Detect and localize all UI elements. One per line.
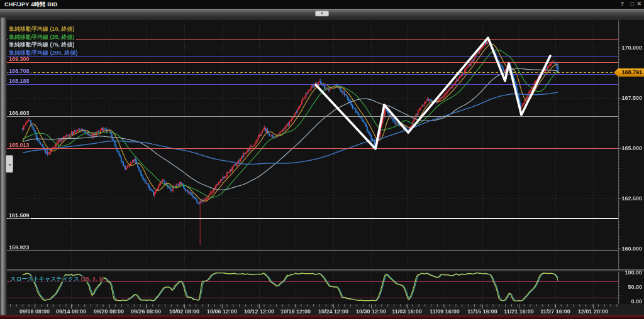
legend-item-ma75: 単純移動平均線 (75, 終値) [8, 41, 76, 48]
date-label: 11/09 16:00 [430, 308, 460, 315]
date-label: 11/15 16:00 [467, 308, 497, 315]
legend-item-ma200: 単純移動平均線 (200, 終値) [8, 50, 79, 56]
price-level-label: 168.188 [8, 78, 31, 84]
date-label: 09/08 08:00 [19, 308, 50, 315]
maximize-button[interactable]: □ [631, 1, 634, 7]
date-label: 10/30 12:00 [356, 308, 386, 315]
price-axis-label: 165.000 [608, 145, 642, 151]
date-label: 10/06 12:00 [207, 308, 237, 315]
date-label: 11/21 16:00 [504, 308, 534, 315]
date-label: 11/27 16:00 [540, 308, 570, 315]
date-label: 09/26 08:00 [131, 308, 161, 315]
titlebar[interactable]: CHF/JPY 4時間 BID ? □ ✕ [0, 0, 644, 9]
price-level-label: 165.013 [8, 143, 31, 148]
stoch-axis-label: 100.00 [608, 269, 642, 276]
date-label: 10/12 12:00 [244, 308, 274, 315]
price-axis-label: 167.500 [608, 95, 642, 101]
stoch-params: (25, 3, 3) [81, 276, 104, 282]
price-level-label: 166.603 [8, 111, 31, 116]
price-axis-label: 170.000 [608, 45, 642, 51]
date-label: 11/03 16:00 [392, 308, 422, 315]
price-level-label: 168.708 [8, 68, 31, 74]
legend-item-ma25: 単純移動平均線 (25, 終値) [8, 34, 76, 40]
stoch-axis-label: 50.00 [608, 284, 642, 290]
date-label: 12/01 20:00 [578, 308, 608, 315]
price-level-label: 161.509 [8, 213, 31, 219]
toolbar: ▾ [0, 9, 644, 18]
stoch-name: スローストキャスティクス [10, 276, 79, 282]
stoch-axis-label: 0.00 [608, 298, 642, 305]
current-price-badge: 168.791 [614, 68, 644, 77]
legend-item-ma10: 単純移動平均線 (10, 終値) [8, 26, 76, 32]
price-level-label: 159.923 [8, 245, 31, 251]
date-label: 10/18 12:00 [280, 308, 311, 315]
panel-expand-button[interactable]: ◂ [6, 155, 13, 173]
chart-window: CHF/JPY 4時間 BID ? □ ✕ ▾ ◂ 単純移動平均線 (10, 終… [0, 0, 644, 319]
price-axis-label: 160.000 [608, 246, 642, 252]
date-label: 10/02 08:00 [169, 308, 199, 315]
current-price-value: 168.791 [621, 69, 642, 75]
chart-canvas[interactable] [0, 0, 644, 319]
close-button[interactable]: ✕ [636, 1, 641, 7]
window-title: CHF/JPY 4時間 BID [4, 1, 57, 9]
stoch-indicator-label: スローストキャスティクス (25, 3, 3) [10, 276, 104, 282]
date-label: 09/20 08:00 [94, 308, 124, 315]
price-level-label: 169.300 [8, 57, 31, 62]
help-button[interactable]: ? [621, 1, 625, 7]
toolbar-collapse-button[interactable]: ▾ [315, 11, 329, 16]
bottom-resize-bar[interactable] [0, 315, 644, 319]
date-label: 09/14 08:00 [56, 308, 86, 315]
date-label: 10/24 12:00 [318, 308, 348, 315]
price-axis-label: 162.500 [608, 195, 642, 202]
